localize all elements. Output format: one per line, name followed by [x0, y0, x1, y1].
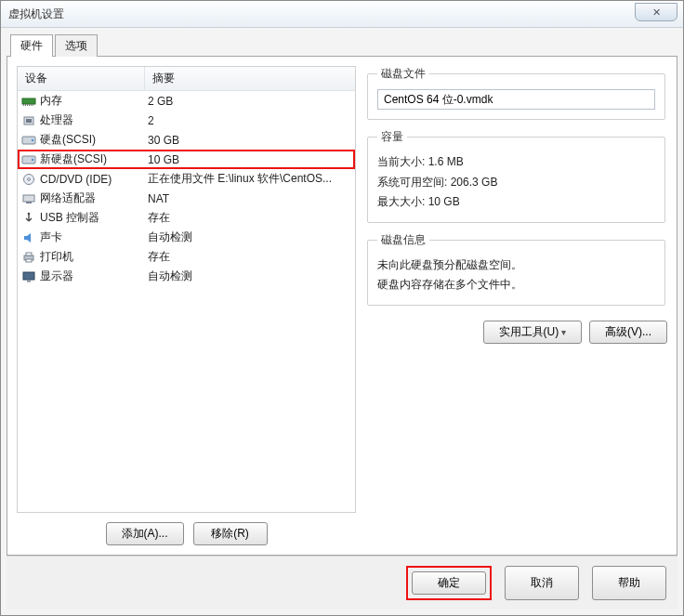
svg-point-12: [32, 158, 33, 160]
help-button[interactable]: 帮助: [592, 566, 666, 600]
display-icon: [21, 270, 36, 283]
device-name: 显示器: [40, 269, 148, 284]
diskfile-legend: 磁盘文件: [377, 66, 429, 82]
max-size-value: 10 GB: [428, 195, 460, 208]
device-list: 设备 摘要 内存2 GB处理器2硬盘(SCSI)30 GB新硬盘(SCSI)10…: [17, 66, 356, 513]
diskfile-group: 磁盘文件: [367, 66, 665, 120]
tab-hardware-label: 硬件: [20, 39, 43, 52]
device-list-header: 设备 摘要: [18, 67, 355, 91]
device-name: 打印机: [40, 249, 148, 265]
advanced-button[interactable]: 高级(V)...: [589, 321, 667, 344]
table-row[interactable]: 显示器自动检测: [18, 267, 355, 286]
dialog-buttons: 确定 取消 帮助: [7, 556, 677, 609]
diskinfo-line1: 未向此硬盘预分配磁盘空间。: [377, 256, 655, 276]
device-summary: 30 GB: [148, 134, 351, 147]
svg-rect-3: [27, 104, 28, 106]
tab-options-label: 选项: [65, 39, 87, 52]
capacity-current: 当前大小: 1.6 MB: [377, 152, 655, 173]
capacity-group: 容量 当前大小: 1.6 MB 系统可用空间: 206.3 GB 最大大小: 1…: [367, 129, 665, 223]
cancel-button[interactable]: 取消: [505, 566, 579, 600]
tab-hardware[interactable]: 硬件: [10, 34, 53, 57]
svg-rect-0: [22, 98, 35, 104]
diskfile-input[interactable]: [377, 89, 655, 110]
svg-rect-2: [25, 104, 26, 106]
device-name: 处理器: [40, 112, 148, 128]
svg-rect-21: [23, 272, 34, 280]
diskinfo-legend: 磁盘信息: [377, 232, 429, 248]
table-row[interactable]: USB 控制器存在: [18, 208, 355, 228]
nic-icon: [21, 192, 36, 205]
device-name: 网络适配器: [40, 190, 148, 206]
svg-rect-15: [23, 195, 34, 202]
diskinfo-group: 磁盘信息 未向此硬盘预分配磁盘空间。 硬盘内容存储在多个文件中。: [367, 232, 665, 306]
svg-point-10: [32, 138, 33, 140]
device-column: 设备 摘要 内存2 GB处理器2硬盘(SCSI)30 GB新硬盘(SCSI)10…: [17, 66, 356, 545]
vm-settings-dialog: 虚拟机设置 ✕ 硬件 选项 设备 摘要 内存2 GB处理器2硬盘(SCS: [0, 0, 684, 616]
device-name: 内存: [40, 93, 148, 109]
capacity-max: 最大大小: 10 GB: [377, 192, 655, 213]
capacity-free: 系统可用空间: 206.3 GB: [377, 173, 655, 193]
device-buttons: 添加(A)... 移除(R): [17, 513, 356, 545]
device-summary: 存在: [148, 249, 351, 265]
svg-rect-19: [26, 253, 32, 256]
max-size-label: 最大大小:: [377, 195, 425, 208]
svg-point-14: [28, 177, 31, 180]
device-name: CD/DVD (IDE): [40, 173, 148, 186]
hdd-icon: [21, 153, 36, 166]
svg-rect-6: [33, 104, 33, 106]
sound-icon: [21, 231, 36, 244]
device-summary: 2 GB: [148, 95, 351, 108]
svg-rect-4: [29, 104, 30, 106]
table-row[interactable]: 声卡自动检测: [18, 228, 355, 247]
detail-buttons: 实用工具(U) 高级(V)...: [365, 321, 667, 344]
table-row[interactable]: 网络适配器NAT: [18, 189, 355, 208]
device-summary: 自动检测: [148, 229, 351, 245]
header-device: 设备: [18, 67, 145, 90]
add-device-button[interactable]: 添加(A)...: [106, 522, 184, 545]
ok-button[interactable]: 确定: [412, 571, 486, 595]
hardware-panel: 设备 摘要 内存2 GB处理器2硬盘(SCSI)30 GB新硬盘(SCSI)10…: [7, 56, 677, 556]
table-row[interactable]: 处理器2: [18, 111, 355, 130]
close-button[interactable]: ✕: [635, 3, 677, 21]
usb-icon: [21, 212, 36, 225]
ok-highlight: 确定: [406, 566, 492, 600]
free-space-value: 206.3 GB: [451, 176, 498, 189]
svg-rect-20: [26, 259, 32, 262]
svg-rect-1: [23, 104, 24, 106]
tabstrip: 硬件 选项: [7, 34, 677, 57]
details-column: 磁盘文件 容量 当前大小: 1.6 MB 系统可用空间: 206.3 GB 最大…: [365, 66, 667, 545]
utilities-button[interactable]: 实用工具(U): [483, 321, 582, 344]
svg-rect-16: [26, 202, 32, 203]
cpu-icon: [21, 114, 36, 127]
cd-icon: [21, 173, 36, 186]
remove-device-button[interactable]: 移除(R): [193, 522, 268, 545]
svg-rect-22: [27, 281, 31, 282]
svg-rect-8: [26, 119, 32, 123]
free-space-label: 系统可用空间:: [377, 176, 447, 189]
header-summary: 摘要: [145, 67, 355, 90]
table-row[interactable]: CD/DVD (IDE)正在使用文件 E:\linux 软件\CentOS...: [18, 169, 355, 189]
diskinfo-line2: 硬盘内容存储在多个文件中。: [377, 275, 655, 295]
capacity-legend: 容量: [377, 129, 407, 145]
hdd-icon: [21, 134, 36, 147]
device-summary: 10 GB: [148, 153, 351, 166]
memory-icon: [21, 95, 36, 108]
table-row[interactable]: 硬盘(SCSI)30 GB: [18, 130, 355, 150]
device-name: 硬盘(SCSI): [40, 132, 148, 148]
table-row[interactable]: 内存2 GB: [18, 91, 355, 111]
device-summary: NAT: [148, 192, 351, 205]
current-size-label: 当前大小:: [377, 155, 425, 168]
device-name: USB 控制器: [40, 210, 148, 226]
titlebar: 虚拟机设置 ✕: [1, 1, 683, 28]
table-row[interactable]: 打印机存在: [18, 247, 355, 267]
device-summary: 2: [148, 114, 351, 127]
device-rows: 内存2 GB处理器2硬盘(SCSI)30 GB新硬盘(SCSI)10 GBCD/…: [18, 91, 355, 512]
device-summary: 正在使用文件 E:\linux 软件\CentOS...: [148, 171, 351, 187]
svg-point-17: [28, 212, 31, 215]
tab-options[interactable]: 选项: [55, 34, 98, 57]
device-summary: 自动检测: [148, 269, 351, 284]
device-name: 新硬盘(SCSI): [40, 151, 148, 167]
device-name: 声卡: [40, 229, 148, 245]
table-row[interactable]: 新硬盘(SCSI)10 GB: [18, 150, 355, 169]
svg-rect-5: [31, 104, 32, 106]
